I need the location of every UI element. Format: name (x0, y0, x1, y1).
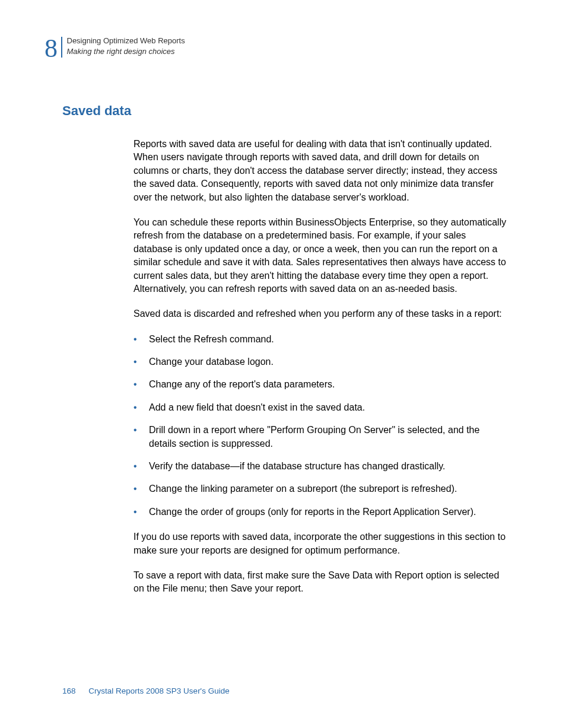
content-area: Reports with saved data are useful for d… (133, 138, 507, 596)
section-heading: Saved data (62, 103, 513, 119)
chapter-number: 8 (44, 36, 58, 62)
page-footer: 168 Crystal Reports 2008 SP3 User's Guid… (62, 686, 230, 695)
list-item: Add a new field that doesn't exist in th… (133, 401, 507, 414)
guide-name: Crystal Reports 2008 SP3 User's Guide (88, 686, 229, 695)
bullet-list: Select the Refresh command. Change your … (133, 333, 507, 519)
list-item: Select the Refresh command. (133, 333, 507, 346)
paragraph-2: You can schedule these reports within Bu… (133, 216, 507, 295)
list-item: Change the order of groups (only for rep… (133, 506, 507, 519)
paragraph-5: To save a report with data, first make s… (133, 569, 507, 596)
page-container: 8 Designing Optimized Web Reports Making… (0, 0, 566, 728)
paragraph-4: If you do use reports with saved data, i… (133, 530, 507, 557)
list-item: Change any of the report's data paramete… (133, 378, 507, 391)
chapter-title: Designing Optimized Web Reports (67, 36, 185, 46)
section-title: Making the right design choices (67, 46, 185, 57)
header-divider (61, 37, 62, 58)
list-item: Change your database logon. (133, 355, 507, 368)
page-number: 168 (62, 686, 76, 695)
list-item: Verify the database—if the database stru… (133, 460, 507, 473)
header-text-block: Designing Optimized Web Reports Making t… (67, 36, 185, 56)
page-header: 8 Designing Optimized Web Reports Making… (44, 36, 513, 62)
list-item: Change the linking parameter on a subrep… (133, 482, 507, 495)
paragraph-1: Reports with saved data are useful for d… (133, 138, 507, 204)
paragraph-3: Saved data is discarded and refreshed wh… (133, 307, 507, 320)
list-item: Drill down in a report where "Perform Gr… (133, 424, 507, 450)
